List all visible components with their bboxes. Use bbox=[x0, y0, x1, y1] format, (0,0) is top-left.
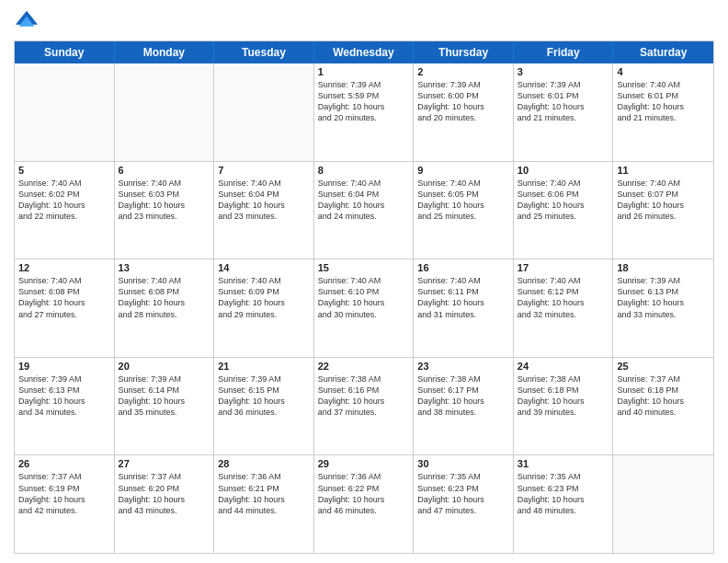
day-cell-23: 23Sunrise: 7:38 AMSunset: 6:17 PMDayligh… bbox=[414, 358, 514, 455]
day-number: 23 bbox=[417, 361, 509, 372]
day-number: 20 bbox=[119, 361, 210, 372]
day-info: Sunrise: 7:39 AMSunset: 6:00 PMDaylight:… bbox=[417, 79, 509, 124]
day-cell-8: 8Sunrise: 7:40 AMSunset: 6:04 PMDaylight… bbox=[314, 162, 415, 259]
day-cell-2: 2Sunrise: 7:39 AMSunset: 6:00 PMDaylight… bbox=[414, 63, 514, 161]
day-number: 15 bbox=[318, 262, 410, 273]
logo bbox=[14, 9, 43, 35]
day-cell-17: 17Sunrise: 7:40 AMSunset: 6:12 PMDayligh… bbox=[514, 259, 614, 357]
day-cell-11: 11Sunrise: 7:40 AMSunset: 6:07 PMDayligh… bbox=[613, 162, 713, 259]
day-header-friday: Friday bbox=[514, 41, 614, 63]
day-number: 5 bbox=[18, 165, 110, 176]
week-row-5: 26Sunrise: 7:37 AMSunset: 6:19 PMDayligh… bbox=[15, 454, 713, 553]
day-number: 30 bbox=[417, 458, 509, 469]
logo-icon bbox=[14, 9, 40, 35]
day-info: Sunrise: 7:38 AMSunset: 6:17 PMDaylight:… bbox=[417, 373, 509, 419]
day-cell-22: 22Sunrise: 7:38 AMSunset: 6:16 PMDayligh… bbox=[314, 358, 415, 455]
day-cell-18: 18Sunrise: 7:39 AMSunset: 6:13 PMDayligh… bbox=[613, 259, 713, 357]
day-cell-15: 15Sunrise: 7:40 AMSunset: 6:10 PMDayligh… bbox=[314, 259, 415, 357]
day-info: Sunrise: 7:40 AMSunset: 6:04 PMDaylight:… bbox=[318, 178, 410, 223]
day-number: 10 bbox=[518, 165, 609, 176]
day-cell-21: 21Sunrise: 7:39 AMSunset: 6:15 PMDayligh… bbox=[214, 358, 314, 455]
day-info: Sunrise: 7:40 AMSunset: 6:12 PMDaylight:… bbox=[518, 275, 609, 320]
day-number: 12 bbox=[18, 262, 110, 273]
day-header-monday: Monday bbox=[115, 41, 215, 63]
day-number: 25 bbox=[617, 361, 710, 372]
day-cell-empty bbox=[15, 63, 115, 161]
day-number: 6 bbox=[119, 165, 210, 176]
calendar: SundayMondayTuesdayWednesdayThursdayFrid… bbox=[14, 40, 714, 554]
day-info: Sunrise: 7:39 AMSunset: 6:13 PMDaylight:… bbox=[617, 275, 710, 320]
day-header-thursday: Thursday bbox=[414, 41, 514, 63]
day-cell-19: 19Sunrise: 7:39 AMSunset: 6:13 PMDayligh… bbox=[15, 358, 115, 455]
day-info: Sunrise: 7:40 AMSunset: 6:08 PMDaylight:… bbox=[119, 275, 210, 320]
day-info: Sunrise: 7:39 AMSunset: 6:14 PMDaylight:… bbox=[119, 373, 210, 419]
day-number: 11 bbox=[617, 165, 710, 176]
day-cell-4: 4Sunrise: 7:40 AMSunset: 6:01 PMDaylight… bbox=[613, 63, 713, 161]
day-number: 21 bbox=[218, 361, 310, 372]
day-cell-26: 26Sunrise: 7:37 AMSunset: 6:19 PMDayligh… bbox=[15, 455, 115, 553]
day-cell-13: 13Sunrise: 7:40 AMSunset: 6:08 PMDayligh… bbox=[115, 259, 215, 357]
day-number: 3 bbox=[518, 66, 609, 77]
day-cell-29: 29Sunrise: 7:36 AMSunset: 6:22 PMDayligh… bbox=[314, 455, 415, 553]
day-header-tuesday: Tuesday bbox=[214, 41, 314, 63]
day-info: Sunrise: 7:40 AMSunset: 6:05 PMDaylight:… bbox=[417, 178, 509, 223]
day-number: 9 bbox=[417, 165, 509, 176]
day-cell-empty bbox=[115, 63, 215, 161]
day-info: Sunrise: 7:40 AMSunset: 6:11 PMDaylight:… bbox=[417, 275, 509, 320]
day-number: 4 bbox=[617, 66, 710, 77]
day-info: Sunrise: 7:38 AMSunset: 6:18 PMDaylight:… bbox=[518, 373, 609, 419]
day-cell-5: 5Sunrise: 7:40 AMSunset: 6:02 PMDaylight… bbox=[15, 162, 115, 259]
day-info: Sunrise: 7:40 AMSunset: 6:04 PMDaylight:… bbox=[218, 178, 310, 223]
header bbox=[14, 9, 714, 35]
day-number: 26 bbox=[18, 458, 110, 469]
day-cell-28: 28Sunrise: 7:36 AMSunset: 6:21 PMDayligh… bbox=[214, 455, 314, 553]
day-info: Sunrise: 7:39 AMSunset: 6:01 PMDaylight:… bbox=[518, 79, 609, 124]
day-number: 2 bbox=[417, 66, 509, 77]
day-info: Sunrise: 7:37 AMSunset: 6:18 PMDaylight:… bbox=[617, 373, 710, 419]
day-header-wednesday: Wednesday bbox=[314, 41, 415, 63]
day-info: Sunrise: 7:39 AMSunset: 6:13 PMDaylight:… bbox=[18, 373, 110, 419]
day-cell-10: 10Sunrise: 7:40 AMSunset: 6:06 PMDayligh… bbox=[514, 162, 614, 259]
day-cell-7: 7Sunrise: 7:40 AMSunset: 6:04 PMDaylight… bbox=[214, 162, 314, 259]
day-info: Sunrise: 7:37 AMSunset: 6:20 PMDaylight:… bbox=[119, 471, 210, 516]
week-row-3: 12Sunrise: 7:40 AMSunset: 6:08 PMDayligh… bbox=[15, 259, 713, 357]
day-info: Sunrise: 7:40 AMSunset: 6:07 PMDaylight:… bbox=[617, 178, 710, 223]
day-cell-16: 16Sunrise: 7:40 AMSunset: 6:11 PMDayligh… bbox=[414, 259, 514, 357]
day-cell-empty bbox=[214, 63, 314, 161]
day-number: 31 bbox=[518, 458, 609, 469]
day-number: 8 bbox=[318, 165, 410, 176]
day-cell-3: 3Sunrise: 7:39 AMSunset: 6:01 PMDaylight… bbox=[514, 63, 614, 161]
day-info: Sunrise: 7:35 AMSunset: 6:23 PMDaylight:… bbox=[518, 471, 609, 516]
day-number: 29 bbox=[318, 458, 410, 469]
day-number: 14 bbox=[218, 262, 310, 273]
day-number: 19 bbox=[18, 361, 110, 372]
day-number: 13 bbox=[119, 262, 210, 273]
day-cell-9: 9Sunrise: 7:40 AMSunset: 6:05 PMDaylight… bbox=[414, 162, 514, 259]
day-info: Sunrise: 7:40 AMSunset: 6:08 PMDaylight:… bbox=[18, 275, 110, 320]
day-info: Sunrise: 7:38 AMSunset: 6:16 PMDaylight:… bbox=[318, 373, 410, 419]
day-number: 17 bbox=[518, 262, 609, 273]
day-number: 27 bbox=[119, 458, 210, 469]
week-row-1: 1Sunrise: 7:39 AMSunset: 5:59 PMDaylight… bbox=[15, 63, 713, 161]
day-number: 28 bbox=[218, 458, 310, 469]
day-number: 16 bbox=[417, 262, 509, 273]
day-info: Sunrise: 7:40 AMSunset: 6:03 PMDaylight:… bbox=[119, 178, 210, 223]
day-cell-25: 25Sunrise: 7:37 AMSunset: 6:18 PMDayligh… bbox=[613, 358, 713, 455]
day-info: Sunrise: 7:39 AMSunset: 5:59 PMDaylight:… bbox=[318, 79, 410, 124]
day-info: Sunrise: 7:35 AMSunset: 6:23 PMDaylight:… bbox=[417, 471, 509, 516]
day-cell-empty bbox=[613, 455, 713, 553]
day-info: Sunrise: 7:40 AMSunset: 6:06 PMDaylight:… bbox=[518, 178, 609, 223]
day-number: 24 bbox=[518, 361, 609, 372]
day-header-sunday: Sunday bbox=[15, 41, 115, 63]
day-cell-14: 14Sunrise: 7:40 AMSunset: 6:09 PMDayligh… bbox=[214, 259, 314, 357]
day-cell-12: 12Sunrise: 7:40 AMSunset: 6:08 PMDayligh… bbox=[15, 259, 115, 357]
day-cell-31: 31Sunrise: 7:35 AMSunset: 6:23 PMDayligh… bbox=[514, 455, 614, 553]
calendar-body: 1Sunrise: 7:39 AMSunset: 5:59 PMDaylight… bbox=[15, 63, 713, 553]
day-info: Sunrise: 7:36 AMSunset: 6:21 PMDaylight:… bbox=[218, 471, 310, 516]
day-info: Sunrise: 7:39 AMSunset: 6:15 PMDaylight:… bbox=[218, 373, 310, 419]
day-info: Sunrise: 7:40 AMSunset: 6:02 PMDaylight:… bbox=[18, 178, 110, 223]
day-cell-30: 30Sunrise: 7:35 AMSunset: 6:23 PMDayligh… bbox=[414, 455, 514, 553]
day-info: Sunrise: 7:40 AMSunset: 6:01 PMDaylight:… bbox=[617, 79, 710, 124]
day-info: Sunrise: 7:37 AMSunset: 6:19 PMDaylight:… bbox=[18, 471, 110, 516]
day-number: 1 bbox=[318, 66, 410, 77]
